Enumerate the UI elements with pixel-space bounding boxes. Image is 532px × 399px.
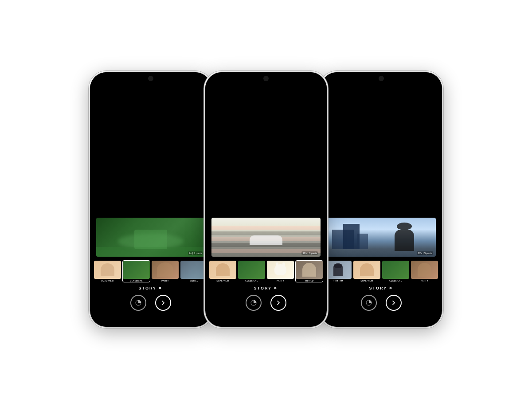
- video-preview-center: 12s | 6 parts: [211, 218, 321, 257]
- phone-right: 12s | 5 parts R-HYTHM: [319, 71, 443, 328]
- bottom-controls-right: [321, 291, 442, 318]
- video-time-center: 12s | 6 parts: [301, 251, 318, 255]
- bottom-black-right: [321, 318, 442, 327]
- pie-button-center[interactable]: [246, 295, 262, 311]
- thumb-visited-center[interactable]: VISITED: [295, 260, 323, 282]
- top-black-right: [321, 72, 442, 218]
- pie-button-left[interactable]: [130, 295, 146, 311]
- thumb-label-dual-view-right: DUAL-VIEW: [360, 280, 373, 282]
- top-black-center: [205, 72, 327, 218]
- bottom-controls-left: [90, 291, 211, 318]
- story-label-right: STORY ✕: [321, 284, 442, 291]
- thumb-img-party-center: [267, 261, 294, 279]
- thumb-img-dual-view-center: [209, 261, 236, 279]
- thumb-img-party-right: [411, 261, 438, 279]
- phone-notch-center: [263, 76, 269, 81]
- thumb-label-visited-center: VISITED: [305, 280, 314, 282]
- thumb-img-rhythm-right: [325, 261, 352, 279]
- phone-frame-left: 3s | 4 parts DUAL-VIEW: [89, 71, 213, 328]
- phone-notch-left: [148, 76, 153, 81]
- thumb-img-party-left: [152, 261, 179, 279]
- next-button-right[interactable]: [386, 295, 402, 311]
- next-button-left[interactable]: [155, 295, 171, 311]
- thumb-label-party-right: PARTY: [420, 280, 428, 282]
- story-label-center: STORY ✕: [205, 284, 327, 291]
- bottom-controls-center: [205, 291, 327, 318]
- thumb-label-dual-view-center: DUAL-VIEW: [216, 280, 229, 282]
- thumb-classical-left[interactable]: CLASSICAL: [122, 260, 150, 282]
- thumb-dual-view-right[interactable]: DUAL-VIEW: [353, 260, 381, 282]
- thumb-dual-view-left[interactable]: DUAL-VIEW: [94, 260, 121, 282]
- thumb-img-visited-left: [180, 261, 207, 279]
- thumbnail-strip-right: R-HYTHM DUAL-VIEW: [321, 257, 442, 284]
- thumbnail-strip-center: DUAL-VIEW CLASSICAL: [205, 257, 327, 284]
- phones-container: 3s | 4 parts DUAL-VIEW: [0, 0, 532, 399]
- thumb-classical-right[interactable]: CLASSICAL: [382, 260, 410, 282]
- thumb-img-dual-view-left: [94, 261, 121, 279]
- bottom-black-center: [205, 318, 327, 327]
- phone-notch-right: [379, 76, 384, 81]
- phone-screen-center: 12s | 6 parts DUAL-VIEW: [205, 72, 327, 327]
- thumb-label-classical-right: CLASSICAL: [389, 280, 402, 282]
- video-preview-right: 12s | 5 parts: [327, 218, 436, 257]
- video-time-right: 12s | 5 parts: [417, 251, 433, 255]
- phone-screen-right: 12s | 5 parts R-HYTHM: [321, 72, 442, 327]
- next-button-center[interactable]: [270, 295, 286, 311]
- phone-left: 3s | 4 parts DUAL-VIEW: [89, 71, 213, 328]
- top-black-left: [90, 72, 211, 218]
- thumb-img-classical-center: [238, 261, 265, 279]
- thumb-img-dual-view-right: [353, 261, 380, 279]
- thumb-img-classical-right: [382, 261, 409, 279]
- thumb-img-visited-center: [296, 261, 323, 279]
- phone-frame-center: 12s | 6 parts DUAL-VIEW: [204, 71, 328, 328]
- thumb-label-classical-center: CLASSICAL: [245, 280, 258, 282]
- thumbnail-strip-left: DUAL-VIEW CLASSICAL: [90, 257, 211, 284]
- pie-button-right[interactable]: [361, 295, 377, 311]
- thumb-party-right[interactable]: PARTY: [411, 260, 438, 282]
- phone-frame-right: 12s | 5 parts R-HYTHM: [319, 71, 443, 328]
- thumb-classical-center[interactable]: CLASSICAL: [238, 260, 266, 282]
- thumb-party-center[interactable]: PARTY: [266, 260, 294, 282]
- phone-screen-left: 3s | 4 parts DUAL-VIEW: [90, 72, 211, 327]
- thumb-party-left[interactable]: PARTY: [151, 260, 179, 282]
- story-label-left: STORY ✕: [90, 284, 211, 291]
- video-preview-left: 3s | 4 parts: [96, 218, 206, 257]
- thumb-label-party-left: PARTY: [161, 280, 169, 282]
- thumb-rhythm-right[interactable]: R-HYTHM: [324, 260, 352, 282]
- video-time-left: 3s | 4 parts: [188, 251, 203, 255]
- thumb-label-dual-view-left: DUAL-VIEW: [101, 280, 114, 282]
- phone-center: 12s | 6 parts DUAL-VIEW: [204, 71, 328, 328]
- thumb-label-rhythm-right: R-HYTHM: [332, 280, 344, 282]
- thumb-img-classical-left: [123, 261, 150, 279]
- thumb-label-classical-left: CLASSICAL: [129, 280, 143, 282]
- thumb-dual-view-center[interactable]: DUAL-VIEW: [209, 260, 237, 282]
- bottom-black-left: [90, 318, 211, 327]
- thumb-label-party-center: PARTY: [276, 280, 284, 282]
- thumb-label-visited-left: VISITED: [189, 280, 199, 282]
